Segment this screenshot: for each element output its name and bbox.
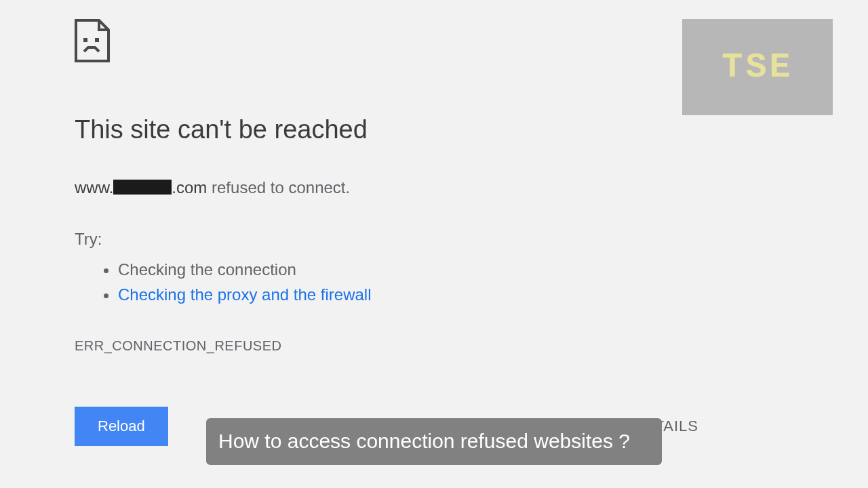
error-code: ERR_CONNECTION_REFUSED [75,338,631,354]
suggestion-item: Checking the connection [118,257,631,282]
svg-rect-1 [95,38,99,42]
logo-box: TSE [682,19,833,115]
redacted-domain [113,180,172,195]
error-title: This site can't be reached [75,115,631,144]
reload-button[interactable]: Reload [75,407,168,446]
suggestion-list: Checking the connection Checking the pro… [75,257,631,307]
error-message: www..com refused to connect. [75,178,631,197]
video-caption: How to access connection refused website… [206,418,662,465]
error-page: This site can't be reached www..com refu… [0,0,631,446]
refused-text: refused to connect. [207,178,350,197]
proxy-firewall-link[interactable]: Checking the proxy and the firewall [118,285,372,304]
suggestion-item: Checking the proxy and the firewall [118,282,631,307]
host-prefix: www. [75,178,113,197]
svg-rect-0 [83,38,87,42]
logo-text: TSE [722,47,793,87]
sad-file-icon [75,19,110,62]
try-label: Try: [75,230,631,249]
host-suffix: .com [172,178,207,197]
